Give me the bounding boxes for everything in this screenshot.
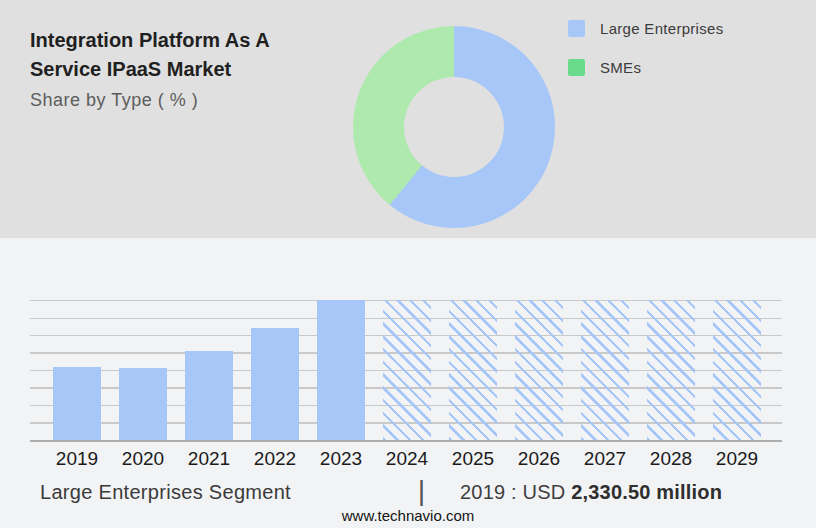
donut-chart: [353, 26, 555, 228]
legend-label: Large Enterprises: [600, 20, 724, 37]
x-axis-label: 2023: [308, 448, 374, 470]
caption-divider: |: [418, 476, 425, 507]
bar: [119, 368, 167, 440]
bar-forecast: [449, 300, 497, 440]
x-axis-label: 2020: [110, 448, 176, 470]
page-subtitle: Share by Type ( % ): [30, 90, 198, 111]
page-title: Integration Platform As A Service IPaaS …: [30, 26, 315, 84]
bar: [317, 300, 365, 440]
bar-chart-plot-area: [30, 300, 782, 442]
bar: [251, 328, 299, 440]
x-axis-label: 2022: [242, 448, 308, 470]
legend-swatch-green: [568, 59, 585, 76]
x-axis-label: 2024: [374, 448, 440, 470]
header-section: Integration Platform As A Service IPaaS …: [0, 0, 816, 238]
bar: [185, 351, 233, 440]
bar-chart-section: 2019 2020 2021 2022 2023 2024 2025 2026 …: [0, 238, 816, 528]
x-axis-label: 2029: [704, 448, 770, 470]
bar-forecast: [515, 300, 563, 440]
bar-forecast: [383, 300, 431, 440]
bar: [53, 367, 101, 441]
bar-forecast: [647, 300, 695, 440]
legend-swatch-blue: [568, 20, 585, 37]
website-url: www.technavio.com: [0, 507, 816, 524]
x-axis-label: 2027: [572, 448, 638, 470]
bars-container: [30, 300, 782, 440]
market-value-prefix: 2019 : USD: [460, 481, 571, 503]
bar-forecast: [581, 300, 629, 440]
legend: Large Enterprises SMEs: [568, 20, 724, 76]
x-axis-label: 2025: [440, 448, 506, 470]
market-value-caption: 2019 : USD 2,330.50 million: [460, 481, 722, 504]
segment-caption: Large Enterprises Segment: [40, 481, 291, 504]
x-axis-labels: 2019 2020 2021 2022 2023 2024 2025 2026 …: [30, 448, 796, 470]
x-axis-label: 2019: [44, 448, 110, 470]
legend-label: SMEs: [600, 59, 641, 76]
legend-item-smes: SMEs: [568, 59, 724, 76]
x-axis-label: 2026: [506, 448, 572, 470]
x-axis-label: 2028: [638, 448, 704, 470]
bar-forecast: [713, 300, 761, 440]
x-axis-label: 2021: [176, 448, 242, 470]
legend-item-large-enterprises: Large Enterprises: [568, 20, 724, 37]
market-value-bold: 2,330.50 million: [571, 481, 722, 503]
